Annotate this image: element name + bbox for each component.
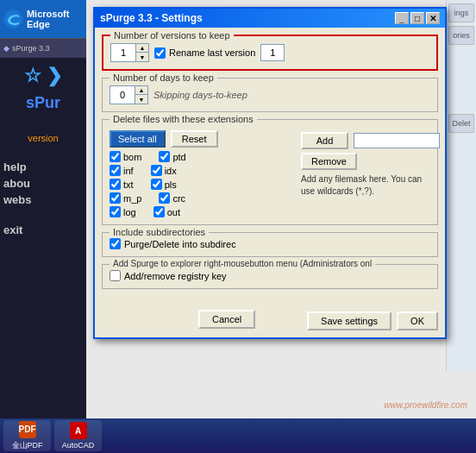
ext-crc: crc: [159, 192, 185, 204]
save-button[interactable]: Save settings: [307, 311, 391, 330]
reset-button[interactable]: Reset: [171, 130, 218, 148]
ext-log: log: [110, 206, 136, 217]
ext-idx-label: idx: [165, 166, 177, 176]
sidebar-about: abou: [3, 177, 83, 190]
versions-spinner[interactable]: ▲ ▼: [110, 43, 149, 62]
ext-row-1: bom ptd: [110, 151, 296, 162]
ext-log-label: log: [123, 207, 136, 217]
subdirectories-checkbox-label[interactable]: Purge/Delete into subdirec: [110, 238, 430, 249]
taskbar-item-pdf[interactable]: PDF 金山PDF: [3, 420, 51, 451]
ext-pls: pls: [151, 179, 177, 190]
versions-section: Number of versions to keep ▲ ▼ Rename la…: [102, 35, 438, 71]
dialog-footer: Cancel Save settings OK: [95, 303, 445, 337]
ext-crc-checkbox[interactable]: [159, 192, 170, 204]
spurge-tab-icon: ◆: [3, 44, 9, 53]
ext-txt: txt: [110, 179, 134, 190]
ext-mp-checkbox[interactable]: [110, 192, 121, 204]
ext-bom: bom: [110, 151, 141, 162]
ext-inf-checkbox[interactable]: [110, 165, 121, 176]
rename-checkbox-label[interactable]: Rename last version: [154, 47, 255, 59]
days-label: Number of days to keep: [110, 72, 217, 83]
skip-text: Skipping days-to-keep: [153, 90, 247, 100]
sidebar-links: help abou webs exit: [0, 160, 86, 236]
ext-buttons-row: Select all Reset: [110, 130, 296, 148]
footer-right-buttons: Save settings OK: [307, 311, 438, 330]
nav-button[interactable]: ☆ ❯: [24, 65, 62, 87]
subdirectories-checkbox[interactable]: [110, 238, 121, 249]
select-all-button[interactable]: Select all: [110, 130, 166, 148]
days-input[interactable]: [110, 86, 135, 104]
add-button[interactable]: Add: [301, 132, 348, 149]
days-spinner-buttons: ▲ ▼: [135, 86, 147, 104]
ext-mp: m_p: [110, 192, 141, 204]
versions-label: Number of versions to keep: [110, 30, 234, 41]
ext-bom-label: bom: [123, 152, 141, 162]
sidebar-app-name: sPur: [22, 87, 64, 119]
minimize-button[interactable]: _: [395, 12, 409, 24]
ext-row-5: log out: [110, 206, 296, 217]
remove-button[interactable]: Remove: [301, 153, 357, 170]
registry-checkbox-label[interactable]: Add/remove registry key: [110, 270, 430, 281]
right-btn-1[interactable]: ings: [448, 3, 474, 22]
ok-button[interactable]: OK: [397, 311, 438, 330]
ext-ptd-checkbox[interactable]: [159, 151, 170, 162]
ext-out-checkbox[interactable]: [153, 206, 165, 217]
versions-spinner-buttons: ▲ ▼: [135, 44, 148, 61]
days-spinner[interactable]: ▲ ▼: [110, 85, 148, 104]
ext-row-2: inf idx: [110, 165, 296, 176]
extensions-content: Select all Reset bom ptd: [110, 129, 430, 217]
ext-out: out: [153, 206, 180, 217]
watermark: www.proewildfire.com: [384, 400, 467, 410]
nav-icon: ☆ ❯: [24, 65, 62, 87]
sidebar-version: version: [28, 133, 58, 143]
registry-checkbox[interactable]: [110, 270, 121, 281]
versions-down-btn[interactable]: ▼: [136, 53, 148, 61]
edge-sidebar: Microsoft Edge ◆ sPurge 3.3 ☆ ❯ sPur ver…: [0, 0, 86, 453]
ext-pls-checkbox[interactable]: [151, 179, 162, 190]
rename-value-input[interactable]: [260, 44, 285, 61]
ext-idx-checkbox[interactable]: [151, 165, 162, 176]
edge-label: Microsoft Edge: [27, 9, 83, 29]
ext-pls-label: pls: [165, 179, 177, 190]
edge-logo-area: Microsoft Edge: [0, 0, 86, 38]
close-button[interactable]: ✕: [426, 12, 440, 24]
sidebar-exit: exit: [3, 223, 83, 236]
days-up-btn[interactable]: ▲: [135, 86, 147, 95]
rename-label: Rename last version: [169, 47, 255, 58]
ext-inf: inf: [110, 165, 134, 176]
pdf-icon: PDF: [19, 421, 36, 438]
extensions-left: Select all Reset bom ptd: [110, 129, 296, 217]
filemask-hint: Add any filemask here. You can use wildc…: [301, 173, 430, 198]
maximize-button[interactable]: □: [410, 12, 424, 24]
ext-ptd: ptd: [159, 151, 185, 162]
spurge-tab[interactable]: ◆ sPurge 3.3: [0, 38, 86, 58]
ext-bom-checkbox[interactable]: [110, 151, 121, 162]
settings-dialog: sPurge 3.3 - Settings _ □ ✕ Number of ve…: [93, 7, 447, 339]
rename-checkbox[interactable]: [154, 47, 166, 59]
subdirectories-text: Purge/Delete into subdirec: [124, 239, 236, 249]
taskbar: PDF 金山PDF A AutoCAD: [0, 418, 476, 453]
taskbar-item-autocad[interactable]: A AutoCAD: [54, 420, 102, 451]
dialog-title: sPurge 3.3 - Settings: [100, 12, 203, 24]
ext-ptd-label: ptd: [172, 152, 185, 162]
browser-right-panel: ings ories Delet: [446, 0, 476, 371]
extensions-label: Delete files with these extensions: [110, 114, 257, 124]
ext-crc-label: crc: [172, 193, 185, 204]
add-row: Add: [301, 132, 440, 149]
titlebar-controls: _ □ ✕: [395, 12, 440, 24]
ext-txt-checkbox[interactable]: [110, 179, 121, 190]
add-filemask-input[interactable]: [354, 133, 440, 148]
ext-row-4: m_p crc: [110, 192, 296, 204]
cancel-button[interactable]: Cancel: [198, 310, 255, 329]
right-btn-2[interactable]: ories: [448, 26, 474, 45]
ext-inf-label: inf: [123, 166, 134, 176]
days-down-btn[interactable]: ▼: [135, 95, 147, 104]
right-btn-3[interactable]: Delet: [448, 114, 474, 133]
extensions-section: Delete files with these extensions Selec…: [102, 119, 438, 225]
sidebar-website: webs: [3, 193, 83, 206]
dialog-titlebar: sPurge 3.3 - Settings _ □ ✕: [95, 9, 445, 28]
versions-up-btn[interactable]: ▲: [136, 44, 148, 53]
ext-log-checkbox[interactable]: [110, 206, 121, 217]
spurge-tab-label: sPurge 3.3: [12, 44, 50, 53]
versions-input[interactable]: [111, 44, 135, 61]
